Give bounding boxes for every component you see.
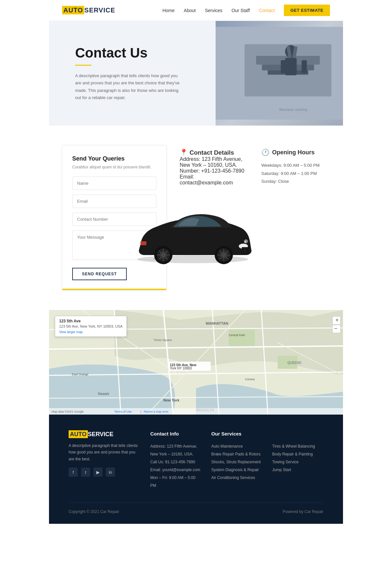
map-popup-address: 123 5th Ave, New York, NY 10003, USA (59, 324, 122, 329)
footer-logo-auto: AUTO (69, 430, 88, 438)
map-popup-title: 123 5th Ave (59, 319, 122, 323)
svg-text:QUEENS: QUEENS (287, 361, 302, 365)
footer-email: Email: yourid@example.com (150, 466, 202, 474)
footer-description: A descriptive paragraph that tells clien… (69, 442, 140, 462)
nav-staff[interactable]: Our Staff (232, 8, 250, 13)
svg-rect-6 (285, 58, 297, 75)
footer-services-col1: Our Services Auto Maintenance Brake Repa… (211, 431, 263, 489)
name-input[interactable] (72, 177, 156, 190)
service-air-conditioning[interactable]: Air Conditioning Services (211, 474, 263, 482)
powered-by: Powered by Car Repair (283, 509, 323, 514)
hero-title: Contact Us (75, 45, 203, 61)
map-background: MANHATTAN Times Square Central Park QUEE… (49, 310, 343, 415)
hero-image: Mechanic working (216, 21, 343, 126)
svg-text:Terms of Use: Terms of Use (114, 410, 132, 413)
contact-section: Send Your Queries Curabitur aliquet quam… (49, 126, 343, 310)
nav-home[interactable]: Home (162, 8, 174, 13)
contact-number: Number: +91-123-456-7890 (180, 168, 248, 174)
map-popup: 123 5th Ave 123 5th Ave, New York, NY 10… (55, 316, 127, 337)
svg-text:Newark: Newark (98, 392, 109, 396)
contact-details-heading: 📍 Contact Details (180, 148, 248, 156)
footer-brand-col: AUTOSERVICE A descriptive paragraph that… (69, 431, 140, 489)
logo[interactable]: AUTOSERVICE (62, 7, 115, 14)
svg-text:Times Square: Times Square (154, 338, 172, 342)
svg-rect-7 (281, 60, 286, 73)
service-jump-start[interactable]: Jump Start (272, 466, 323, 474)
footer-services-col2: _ Tires & Wheel Balancing Body Repair & … (272, 431, 323, 489)
svg-text:−: − (334, 326, 337, 331)
footer-contact-heading: Contact Info (150, 431, 202, 436)
svg-text:East Orange: East Orange (72, 373, 89, 376)
copyright: Copyright © 2021 Car Repair (69, 509, 119, 514)
service-body-repair[interactable]: Body Repair & Painting (272, 450, 323, 458)
contact-address: Address: 123 Fifth Avenue, New York – 10… (180, 156, 248, 168)
svg-text:Mechanic working: Mechanic working (279, 108, 307, 111)
car-image: B (131, 196, 255, 267)
opening-hours-heading: 🕐 Opening Hours (261, 148, 330, 156)
opening-hours-col: 🕐 Opening Hours Weekdays: 9:00 AM – 5:00… (261, 145, 330, 186)
logo-service: SERVICE (84, 7, 115, 14)
svg-text:Corona: Corona (245, 378, 255, 381)
svg-text:Map data ©2021 Google: Map data ©2021 Google (52, 410, 84, 413)
clock-icon: 🕐 (261, 148, 270, 156)
contact-details-col: 📍 Contact Details Address: 123 Fifth Ave… (180, 145, 248, 258)
service-towing[interactable]: Towing Service (272, 458, 323, 466)
svg-rect-53 (229, 330, 255, 346)
footer-grid: AUTOSERVICE A descriptive paragraph that… (69, 431, 323, 489)
map-view-larger[interactable]: View larger map (59, 330, 122, 334)
hero-underline (75, 65, 91, 66)
svg-text:MANHATTAN: MANHATTAN (206, 321, 228, 325)
logo-auto: AUTO (62, 6, 84, 14)
hero-section: Contact Us A descriptive paragraph that … (49, 21, 343, 126)
youtube-icon[interactable]: ▶ (93, 468, 103, 477)
service-brake-repair[interactable]: Brake Repair Pads & Rotors (211, 450, 263, 458)
service-tires[interactable]: Tires & Wheel Balancing (272, 442, 323, 450)
footer-logo[interactable]: AUTOSERVICE (69, 431, 140, 438)
hero-description: A descriptive paragraph that tells clien… (75, 72, 180, 101)
nav-links: Home About Services Our Staff Contact GE… (162, 5, 330, 16)
svg-text:New York: New York (163, 398, 180, 402)
facebook-icon[interactable]: f (69, 468, 78, 477)
weekdays-hours: Weekdays: 9:00 AM – 5:00 PM (261, 162, 330, 170)
send-request-button[interactable]: SEND REQUEST (72, 268, 127, 280)
svg-text:Central Park: Central Park (229, 333, 245, 337)
social-icons: f t ▶ in (69, 468, 140, 477)
navbar: AUTOSERVICE Home About Services Our Staf… (49, 0, 343, 21)
twitter-icon[interactable]: t (81, 468, 90, 477)
svg-rect-15 (140, 241, 146, 245)
footer-logo-service: SERVICE (88, 431, 114, 437)
footer-services-heading: Our Services (211, 431, 263, 436)
contact-grid: Send Your Queries Curabitur aliquet quam… (62, 145, 330, 290)
footer-contact-col: Contact Info Address: 123 Fifth Avenue, … (150, 431, 202, 489)
footer: AUTOSERVICE A descriptive paragraph that… (49, 415, 343, 524)
svg-text:York NY 10003: York NY 10003 (170, 367, 192, 370)
svg-text:+: + (335, 317, 338, 323)
svg-text:|: | (140, 410, 141, 413)
map-section: MANHATTAN Times Square Central Park QUEE… (49, 310, 343, 415)
sunday-hours: Sunday: Close (261, 178, 330, 186)
contact-email: Email: contact@example.com (180, 174, 248, 186)
form-heading: Send Your Queries (72, 155, 156, 162)
service-auto-maintenance[interactable]: Auto Maintenance (211, 442, 263, 450)
nav-contact[interactable]: Contact (259, 8, 275, 13)
form-subtext: Curabitur aliquet quam id dui posuere bl… (72, 164, 156, 170)
car-image-area: B (180, 192, 248, 258)
get-estimate-button[interactable]: GET ESTIMATE (284, 5, 330, 16)
footer-bottom: Copyright © 2021 Car Repair Powered by C… (69, 503, 323, 514)
footer-address: Address: 123 Fifth Avenue, New York – 10… (150, 442, 202, 458)
mechanic-illustration: Mechanic working (216, 21, 343, 126)
svg-text:B: B (244, 240, 246, 243)
yellow-accent-line (62, 289, 166, 290)
svg-text:Report a map error: Report a map error (144, 410, 169, 413)
footer-hours: Mon – Fri: 9:00 AM – 5:00 PM (150, 474, 202, 489)
footer-call: Call Us: 91-123-456-7890 (150, 458, 202, 466)
pin-icon: 📍 (180, 149, 188, 156)
hero-content: Contact Us A descriptive paragraph that … (49, 26, 216, 121)
linkedin-icon[interactable]: in (106, 468, 115, 477)
hero-image-overlay: Mechanic working (216, 21, 343, 126)
nav-services[interactable]: Services (205, 8, 222, 13)
service-system-diagnosis[interactable]: System Diagnosis & Repair (211, 466, 263, 474)
service-shocks[interactable]: Shocks, Struts Replacement (211, 458, 263, 466)
saturday-hours: Saturday: 9:00 AM – 1:00 PM (261, 170, 330, 178)
nav-about[interactable]: About (184, 8, 196, 13)
